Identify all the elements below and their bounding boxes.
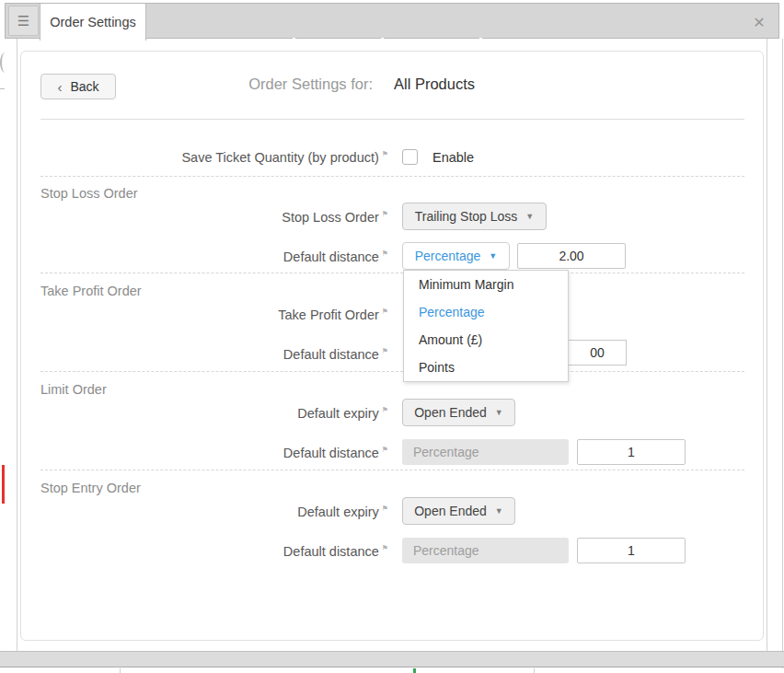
tab-order-settings[interactable]: Order Settings: [40, 4, 146, 41]
back-button-label: Back: [70, 79, 98, 94]
background-divider: [534, 668, 535, 673]
background-divider: [120, 668, 121, 673]
dialog-left-edge: [17, 39, 17, 651]
take-profit-distance-value: 00: [590, 345, 605, 360]
stop-entry-distance-type-field: [402, 538, 569, 563]
take-profit-distance-label: Default distance⚑: [21, 347, 388, 362]
chevron-down-icon: ▼: [495, 409, 503, 417]
divider: [40, 176, 744, 177]
background-green-tick: [413, 668, 416, 673]
stop-entry-expiry-label: Default expiry⚑: [21, 505, 388, 519]
stop-entry-expiry-value: Open Ended: [414, 504, 487, 518]
limit-distance-label: Default distance⚑: [21, 446, 388, 460]
background-tab-notch: [479, 38, 482, 42]
stop-loss-order-value: Trailing Stop Loss: [415, 209, 518, 224]
divider: [40, 273, 744, 273]
dialog-right-edge: [767, 39, 767, 651]
menu-button[interactable]: ☰: [8, 6, 39, 36]
tooltip-flag-icon: ⚑: [382, 446, 388, 454]
limit-expiry-label: Default expiry⚑: [21, 406, 388, 421]
tooltip-flag-icon: ⚑: [382, 150, 388, 158]
tooltip-flag-icon: ⚑: [382, 406, 388, 414]
dialog-footer: [0, 651, 784, 667]
background-tab-notch: [381, 38, 384, 42]
stop-entry-distance-input[interactable]: [577, 538, 686, 563]
limit-distance-input[interactable]: [577, 439, 686, 465]
enable-label: Enable: [432, 150, 474, 165]
stop-loss-distance-input[interactable]: [517, 243, 626, 269]
menu-item-minimum-margin[interactable]: Minimum Margin: [404, 271, 568, 298]
tooltip-flag-icon: ⚑: [382, 210, 388, 218]
background-tab-notch: [293, 38, 295, 42]
order-settings-panel: ‹ Back Order Settings for: All Products …: [20, 51, 764, 641]
section-title-take-profit: Take Profit Order: [40, 284, 142, 298]
section-title-stop-loss: Stop Loss Order: [40, 186, 138, 201]
limit-expiry-value: Open Ended: [414, 405, 487, 420]
enable-checkbox[interactable]: [402, 149, 418, 165]
chevron-down-icon: ▼: [495, 507, 503, 516]
limit-expiry-dropdown[interactable]: Open Ended ▼: [402, 399, 515, 426]
chevron-left-icon: ‹: [57, 80, 62, 94]
page-title-scope: All Products: [394, 75, 475, 93]
page-title: Order Settings for:: [113, 75, 373, 93]
close-button[interactable]: ✕: [749, 12, 769, 32]
stop-entry-distance-label: Default distance⚑: [21, 544, 388, 559]
menu-item-percentage[interactable]: Percentage: [404, 298, 568, 326]
menu-item-amount[interactable]: Amount (£): [404, 326, 568, 354]
divider: [40, 470, 744, 470]
take-profit-order-label: Take Profit Order⚑: [21, 307, 388, 322]
stop-loss-distance-label: Default distance⚑: [21, 249, 388, 264]
background-page-edge: [782, 39, 783, 668]
stop-loss-order-label: Stop Loss Order⚑: [21, 210, 388, 225]
tooltip-flag-icon: ⚑: [382, 307, 388, 316]
tooltip-flag-icon: ⚑: [382, 347, 388, 355]
tooltip-flag-icon: ⚑: [382, 505, 388, 513]
chevron-down-icon: ▼: [525, 213, 534, 221]
section-title-stop-entry: Stop Entry Order: [40, 481, 141, 495]
distance-type-menu: Minimum Margin Percentage Amount (£) Poi…: [403, 270, 569, 382]
stop-loss-order-dropdown[interactable]: Trailing Stop Loss ▼: [402, 203, 547, 230]
divider: [40, 119, 744, 120]
stop-loss-distance-type-value: Percentage: [415, 249, 481, 263]
close-icon: ✕: [753, 14, 765, 31]
divider: [40, 371, 744, 372]
chevron-down-icon: ▼: [489, 252, 497, 261]
limit-distance-type-field: [402, 439, 569, 465]
dialog-titlebar: ☰ Order Settings ✕: [5, 3, 779, 39]
section-title-limit-order: Limit Order: [40, 382, 107, 397]
tooltip-flag-icon: ⚑: [382, 249, 388, 258]
tab-label: Order Settings: [50, 15, 136, 29]
menu-item-points[interactable]: Points: [404, 354, 568, 381]
save-ticket-quantity-label: Save Ticket Quantity (by product)⚑: [21, 150, 388, 165]
take-profit-distance-input[interactable]: 00: [569, 340, 627, 366]
tooltip-flag-icon: ⚑: [382, 544, 388, 552]
back-button[interactable]: ‹ Back: [40, 74, 116, 99]
stop-loss-distance-type-dropdown[interactable]: Percentage ▼: [402, 242, 510, 270]
stop-entry-expiry-dropdown[interactable]: Open Ended ▼: [402, 497, 515, 525]
hamburger-icon: ☰: [17, 13, 29, 29]
